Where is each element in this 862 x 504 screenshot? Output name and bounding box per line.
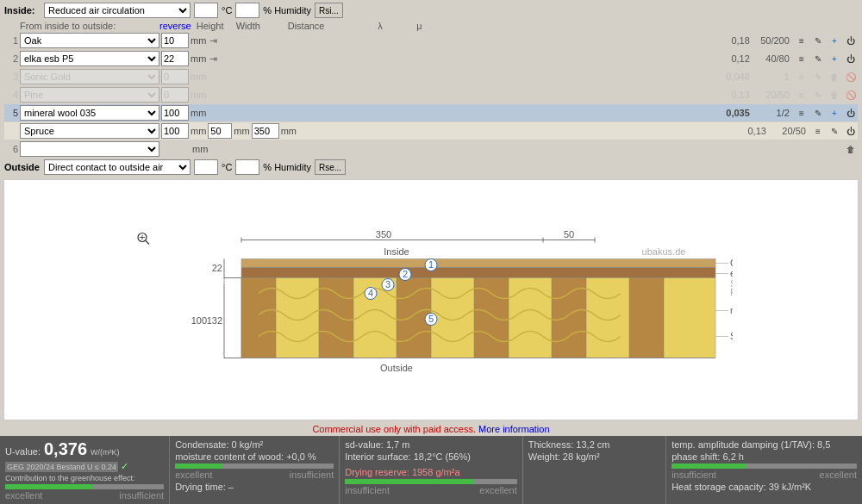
svg-text:Pine (18mm): Pine (18mm)	[730, 287, 733, 297]
phase-shift-text: phase shift: 6,2 h	[671, 451, 857, 462]
layer-unit-3: mm	[191, 72, 206, 82]
inside-humidity-label: % Humidity	[263, 5, 311, 16]
layer-menu-icon-4[interactable]: ≡	[795, 88, 809, 102]
layer-unit-5s: mm	[191, 126, 206, 136]
outside-humidity-label: % Humidity	[263, 162, 311, 172]
layer-power-icon-1[interactable]: ⏻	[844, 34, 858, 47]
layer-thick-5s[interactable]	[161, 123, 189, 139]
rse-button[interactable]: Rse...	[315, 159, 346, 175]
layer-num-6: 6	[4, 144, 18, 154]
outside-condition-select[interactable]: Direct contact to outside air	[44, 159, 191, 175]
layer-num-1: 1	[4, 35, 18, 46]
outside-humidity-input[interactable]: 80	[235, 159, 259, 175]
layer-lambda-1: 0,18	[717, 35, 750, 46]
inside-temp-input[interactable]: 20	[194, 3, 218, 18]
lambda-label: λ	[348, 21, 383, 31]
layer-material-select-1[interactable]: Oak	[20, 33, 159, 48]
layer-edit-icon-1[interactable]: ✎	[811, 34, 825, 47]
layer-mu-3: 1	[752, 72, 790, 82]
condensate-text: Condensate: 0 kg/m²	[175, 439, 334, 450]
heat-storage-text: Heat storage capacity: 39 kJ/m²K	[671, 482, 857, 492]
layer-material-select-4[interactable]: Pine	[20, 87, 159, 103]
layer-trash-icon-3[interactable]: 🗑	[828, 70, 841, 84]
diagram-svg: 350 50 Inside ubakus.de 22 132 100	[129, 225, 733, 376]
layer-menu-icon-5s[interactable]: ≡	[811, 124, 825, 138]
outside-temp-input[interactable]: 6	[194, 159, 218, 175]
layer-power-icon-2[interactable]: ⏻	[844, 52, 858, 65]
layer-edit-icon-5s[interactable]: ✎	[828, 124, 841, 138]
layer-menu-icon-5[interactable]: ≡	[795, 106, 809, 120]
stats-col-sd: sd-value: 1,7 m Interior surface: 18,2°C…	[340, 436, 522, 504]
layer-edit-icon-5[interactable]: ✎	[811, 106, 825, 120]
layer-thick-1[interactable]	[161, 33, 189, 48]
layer-material-select-5s[interactable]: Spruce	[20, 123, 159, 139]
layer-mu-5: 1/2	[752, 108, 790, 118]
inside-humidity-input[interactable]: 50	[235, 3, 259, 18]
layer-menu-icon-1[interactable]: ≡	[795, 34, 809, 47]
inside-condition-select[interactable]: Reduced air circulation	[44, 3, 191, 18]
rsi-button[interactable]: Rsi...	[315, 3, 343, 18]
layer-thick-3[interactable]	[161, 69, 189, 84]
layer-width-5s[interactable]	[208, 123, 232, 139]
layer-actions-4: ≡ ✎ 🗑 🚫	[795, 88, 858, 102]
layer-material-select-6[interactable]	[20, 141, 159, 157]
thermal-bar	[671, 464, 857, 469]
layer-lambda-4: 0,13	[717, 90, 750, 100]
excellent-label-3: excellent	[479, 485, 516, 495]
svg-text:22: 22	[212, 263, 222, 273]
svg-text:elka esb P5 (22mm): elka esb P5 (22mm)	[730, 268, 733, 278]
layer-add-icon-5[interactable]: +	[828, 106, 841, 120]
layer-material-select-3[interactable]: Sonic Gold	[20, 69, 159, 84]
layer-actions-5s: ≡ ✎ ⏻	[811, 124, 858, 138]
mu-label: μ	[388, 21, 422, 31]
layer-unit-1: mm	[191, 35, 206, 46]
layer-edit-icon-3[interactable]: ✎	[811, 70, 825, 84]
u-value-label: U-value:	[5, 446, 41, 457]
svg-text:5: 5	[428, 314, 434, 324]
layer-add-icon-2[interactable]: +	[828, 52, 841, 65]
layer-trash-icon-4[interactable]: 🗑	[828, 88, 841, 102]
commercial-link[interactable]: More information	[478, 424, 550, 434]
layer-row-3: 3 Sonic Gold mm 0,048 1 ≡ ✎ 🗑 🚫	[4, 68, 858, 85]
interior-surface-text: Interior surface: 18,2°C (56%)	[345, 451, 516, 462]
reverse-link[interactable]: reverse	[159, 21, 191, 31]
layer-lambda-5: 0,035	[717, 108, 750, 118]
col-headers: From inside to outside: reverse Height W…	[20, 21, 858, 31]
layer-thick-5[interactable]	[161, 105, 189, 121]
svg-text:132: 132	[207, 315, 222, 326]
geg-row: GEG 2020/24 Bestand U ≤ 0.24 ✓	[5, 461, 164, 472]
layer-mu-2: 40/80	[752, 53, 790, 64]
layer-row-6: 6 mm 🗑	[4, 140, 858, 158]
layer-actions-6: 🗑	[844, 142, 858, 156]
layer-edit-icon-4[interactable]: ✎	[811, 88, 825, 102]
svg-text:2: 2	[403, 269, 408, 279]
svg-text:100: 100	[191, 315, 207, 326]
moisture-text: moisture content of wood: +0,0 %	[175, 451, 334, 462]
temp-amplitude-text: temp. amplitude damping (1/TAV): 8,5	[671, 439, 857, 450]
sd-value-text: sd-value: 1,7 m	[345, 439, 516, 450]
inside-temp-unit: °C	[222, 5, 232, 16]
layer-material-select-2[interactable]: elka esb P5	[20, 51, 159, 66]
excellent-label-1: excellent	[5, 490, 42, 501]
layer-menu-icon-3[interactable]: ≡	[795, 70, 809, 84]
layer-ban-icon-3[interactable]: 🚫	[844, 70, 858, 84]
layer-add-icon-1[interactable]: +	[828, 34, 841, 47]
layer-distance-5s[interactable]	[252, 123, 279, 139]
layer-power-icon-5[interactable]: ⏻	[844, 106, 858, 120]
insufficient-label-4: insufficient	[671, 470, 716, 480]
main-container: Inside: Reduced air circulation 20 °C 50…	[0, 0, 862, 504]
layer-trash-icon-6[interactable]: 🗑	[844, 142, 858, 156]
layer-menu-icon-2[interactable]: ≡	[795, 52, 809, 65]
layer-thick-4[interactable]	[161, 87, 189, 103]
layer-power-icon-5s[interactable]: ⏻	[844, 124, 858, 138]
layer-ban-icon-4[interactable]: 🚫	[844, 88, 858, 102]
layer-material-select-5[interactable]: mineral wool 035	[20, 105, 159, 121]
layer-thick-2[interactable]	[161, 51, 189, 66]
svg-rect-21	[319, 278, 353, 358]
layer-unit-2: mm	[191, 53, 206, 64]
layer-actions-2: ≡ ✎ + ⏻	[795, 52, 858, 65]
layer-unit-6: mm	[192, 144, 208, 154]
layer-row-5-spruce: Spruce mm mm mm 0,13 20/50 ≡ ✎ ⏻	[4, 122, 858, 140]
layer-edit-icon-2[interactable]: ✎	[811, 52, 825, 65]
svg-text:Outside: Outside	[380, 363, 413, 373]
